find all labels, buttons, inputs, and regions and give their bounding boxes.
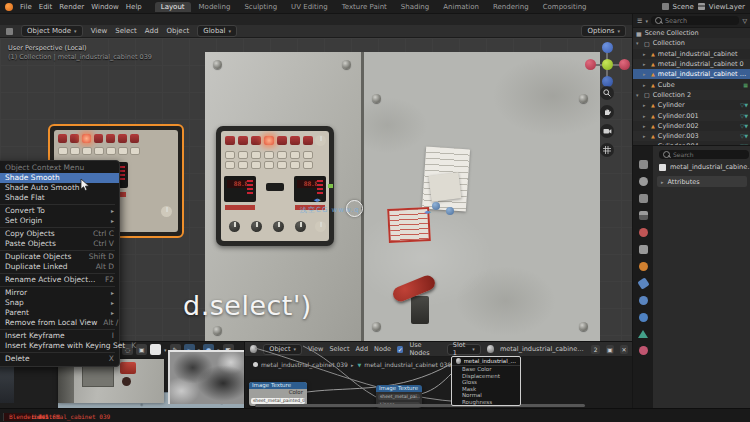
mode-dropdown[interactable]: Object Mode ▾ (21, 25, 83, 37)
view-layer-name[interactable]: ViewLayer (709, 3, 745, 11)
outliner-row-object[interactable]: ▸ ▲ Cylinder.002 ▽▼ (633, 121, 750, 131)
camera-view-icon[interactable] (600, 124, 614, 138)
menu-item-shade-smooth[interactable]: Shade Smooth (0, 173, 119, 183)
orientation-dropdown[interactable]: Global ▾ (197, 25, 237, 37)
menu-edit[interactable]: Edit (39, 3, 53, 11)
image-texture-node[interactable]: Image Texture Color sheet_metal_painted_… (249, 382, 307, 406)
vp-menu-view[interactable]: View (91, 27, 108, 35)
menu-window[interactable]: Window (91, 3, 119, 11)
menu-item-delete[interactable]: DeleteX (0, 354, 119, 364)
scene-icon (662, 3, 669, 10)
filter-funnel-icon[interactable]: ▽ (742, 17, 747, 24)
outliner-row-object[interactable]: ▸ ▲ metal_industrial_cabinet (633, 49, 750, 59)
world-tab-icon[interactable] (639, 245, 648, 254)
outliner-row-object[interactable]: ▸ ▲ Cylinder.003 ▽▼ (633, 131, 750, 141)
blender-logo-icon[interactable] (5, 3, 13, 11)
options-dropdown[interactable]: Options ▾ (581, 25, 626, 37)
image-thumbnail-strip[interactable] (0, 367, 14, 403)
outliner-row-object[interactable]: ▸ ▲ Cube ▦ (633, 79, 750, 89)
tab-compositing[interactable]: Compositing (537, 2, 593, 12)
editor-type-icon[interactable] (6, 28, 13, 35)
node-field[interactable]: sheet_metal_pai... (378, 394, 420, 400)
menu-item-set-origin[interactable]: Set Origin▸ (0, 216, 119, 226)
vp-menu-object[interactable]: Object (166, 27, 189, 35)
menu-item-parent[interactable]: Parent▸ (0, 308, 119, 318)
outliner-row-object[interactable]: ▸ ▲ Cylinder.001 ▽▼ (633, 110, 750, 120)
particles-tab-icon[interactable] (639, 296, 648, 305)
menu-item-shade-flat[interactable]: Shade Flat (0, 193, 119, 203)
menu-item-remove-local-view[interactable]: Remove from Local ViewAlt / (0, 318, 119, 328)
zoom-icon[interactable] (600, 86, 614, 100)
search-icon (655, 17, 662, 24)
shader-scrollbar[interactable] (255, 404, 585, 407)
reference-photo-machinery[interactable] (168, 350, 244, 404)
menu-item-duplicate-linked[interactable]: Duplicate LinkedAlt D (0, 262, 119, 272)
navigation-gizmo[interactable] (585, 42, 631, 88)
data-tab-icon[interactable] (638, 330, 648, 338)
toggle-grid-icon[interactable] (600, 143, 614, 157)
blue-handle-left[interactable]: ◂▸ (314, 196, 321, 204)
menu-item-mirror[interactable]: Mirror▸ (0, 288, 119, 298)
tab-shading[interactable]: Shading (395, 2, 435, 12)
outliner-row-collection[interactable]: ▾ ▢ Collection (633, 38, 750, 48)
menu-item-insert-keyframe[interactable]: Insert KeyframeI (0, 331, 119, 341)
cabinet-control-panel: 88.8 88.8 (216, 126, 334, 246)
blue-handle-right[interactable]: ◂▸ (424, 208, 431, 216)
vp-menu-select[interactable]: Select (115, 27, 137, 35)
menu-render[interactable]: Render (59, 3, 84, 11)
menu-item-paste-objects[interactable]: Paste ObjectsCtrl V (0, 239, 119, 249)
menu-item-insert-keyframe-keying-set[interactable]: Insert Keyframe with Keying SetK (0, 341, 119, 351)
tab-texture-paint[interactable]: Texture Paint (336, 2, 393, 12)
color-swatch[interactable] (150, 344, 161, 355)
tab-animation[interactable]: Animation (437, 2, 485, 12)
clipboard-icon[interactable]: ▣ (136, 344, 147, 355)
render-tab-icon[interactable] (639, 177, 648, 186)
outliner-row-object[interactable]: ▸ ▲ Cylinder ▽▼ (633, 100, 750, 110)
material-tab-icon[interactable] (639, 346, 648, 355)
menu-item-convert-to[interactable]: Convert To▸ (0, 206, 119, 216)
gizmo-center[interactable] (602, 59, 613, 70)
topbar: File Edit Render Window Help Layout Mode… (0, 0, 750, 14)
outliner-search[interactable]: Search (651, 16, 739, 25)
outliner-row-object[interactable]: ▸ ▲ metal_industrial_cabinet 0 (633, 59, 750, 69)
panel-header-attributes[interactable]: ▸ Attributes (657, 176, 747, 187)
tab-uv-editing[interactable]: UV Editing (285, 2, 334, 12)
menu-item-snap[interactable]: Snap▸ (0, 298, 119, 308)
outliner-row-collection[interactable]: ▾ ▢ Collection 2 (633, 90, 750, 100)
dropdown-item[interactable]: Roughness (452, 399, 520, 406)
filter-mode-icon[interactable]: ☰ (637, 17, 642, 24)
modifiers-tab-icon[interactable] (637, 277, 650, 290)
menu-item-copy-objects[interactable]: Copy ObjectsCtrl C (0, 229, 119, 239)
dropdown-header[interactable]: metal_industrial_material (452, 357, 520, 366)
viewport-overlay-text: User Perspective (Local) (1) Collection … (8, 44, 152, 62)
menu-file[interactable]: File (20, 3, 32, 11)
scene-tab-icon[interactable] (639, 228, 648, 237)
gizmo-axis-up[interactable] (602, 42, 613, 53)
menu-item-duplicate-objects[interactable]: Duplicate ObjectsShift D (0, 252, 119, 262)
tab-sculpting[interactable]: Sculpting (238, 2, 283, 12)
outliner-row-scene-collection[interactable]: ▦ Scene Collection (633, 28, 750, 38)
object-data-icon (659, 164, 666, 171)
tab-layout[interactable]: Layout (155, 2, 191, 12)
scene-name[interactable]: Scene (673, 3, 694, 11)
tab-rendering[interactable]: Rendering (487, 2, 535, 12)
gizmo-axis-right[interactable] (619, 59, 630, 70)
vp-menu-add[interactable]: Add (145, 27, 159, 35)
tool-tab-icon[interactable] (639, 160, 648, 169)
tab-modeling[interactable]: Modeling (193, 2, 237, 12)
pan-hand-icon[interactable] (600, 105, 614, 119)
view-layer-icon (698, 3, 705, 10)
gizmo-axis-left[interactable] (585, 59, 596, 70)
properties-search[interactable]: Search (659, 150, 749, 159)
outliner-row-selected-object[interactable]: ▸ ▲ metal_industrial_cabinet 039 (633, 69, 750, 79)
output-tab-icon[interactable] (639, 194, 648, 203)
view-layer-tab-icon[interactable] (639, 211, 648, 220)
physics-tab-icon[interactable] (639, 313, 648, 322)
chevron-down-icon[interactable]: ▾ (164, 347, 167, 353)
object-tab-icon[interactable] (639, 262, 648, 271)
menu-help[interactable]: Help (126, 3, 142, 11)
orientation-label: Global (203, 27, 225, 35)
menu-item-rename-active-object[interactable]: Rename Active Object...F2 (0, 275, 119, 285)
mesh-object-icon: ▲ (651, 61, 655, 67)
menu-item-shade-auto-smooth[interactable]: Shade Auto Smooth (0, 183, 119, 193)
